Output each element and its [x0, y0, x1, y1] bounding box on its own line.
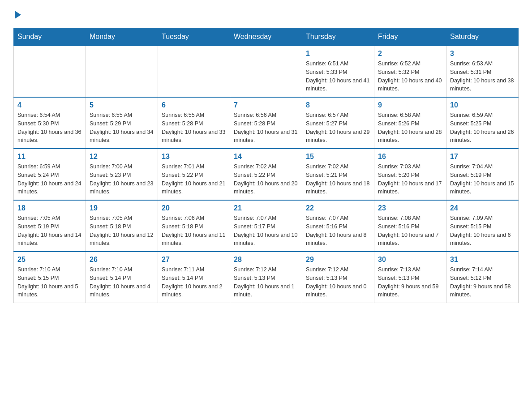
day-number: 14: [234, 153, 298, 161]
day-info: Sunrise: 6:58 AM Sunset: 5:26 PM Dayligh…: [378, 111, 442, 145]
calendar-cell: 20Sunrise: 7:06 AM Sunset: 5:18 PM Dayli…: [158, 200, 230, 252]
day-info: Sunrise: 7:14 AM Sunset: 5:12 PM Dayligh…: [450, 265, 515, 299]
day-info: Sunrise: 7:13 AM Sunset: 5:13 PM Dayligh…: [378, 265, 442, 299]
calendar-cell: 16Sunrise: 7:03 AM Sunset: 5:20 PM Dayli…: [374, 149, 446, 200]
day-info: Sunrise: 7:07 AM Sunset: 5:16 PM Dayligh…: [306, 214, 370, 248]
day-info: Sunrise: 7:12 AM Sunset: 5:13 PM Dayligh…: [306, 265, 370, 299]
day-number: 9: [378, 101, 442, 109]
day-info: Sunrise: 6:54 AM Sunset: 5:30 PM Dayligh…: [17, 111, 82, 145]
day-number: 17: [450, 153, 515, 161]
calendar-cell: 15Sunrise: 7:02 AM Sunset: 5:21 PM Dayli…: [302, 149, 374, 200]
day-number: 22: [306, 204, 370, 212]
day-number: 18: [17, 204, 82, 212]
column-header-saturday: Saturday: [446, 28, 519, 46]
calendar-header-row: SundayMondayTuesdayWednesdayThursdayFrid…: [14, 28, 519, 46]
day-info: Sunrise: 6:59 AM Sunset: 5:24 PM Dayligh…: [17, 163, 82, 196]
day-info: Sunrise: 6:56 AM Sunset: 5:28 PM Dayligh…: [234, 111, 298, 145]
day-number: 30: [378, 256, 442, 264]
day-number: 5: [90, 101, 154, 109]
calendar-cell: 27Sunrise: 7:11 AM Sunset: 5:14 PM Dayli…: [158, 252, 230, 303]
calendar-cell: 21Sunrise: 7:07 AM Sunset: 5:17 PM Dayli…: [230, 200, 302, 252]
day-number: 11: [17, 153, 82, 161]
day-number: 16: [378, 153, 442, 161]
calendar-cell: 25Sunrise: 7:10 AM Sunset: 5:15 PM Dayli…: [14, 252, 86, 303]
calendar-cell: 29Sunrise: 7:12 AM Sunset: 5:13 PM Dayli…: [302, 252, 374, 303]
day-info: Sunrise: 7:04 AM Sunset: 5:19 PM Dayligh…: [450, 163, 515, 196]
calendar-cell: [86, 46, 158, 97]
day-number: 19: [90, 204, 154, 212]
day-number: 3: [450, 50, 515, 58]
day-info: Sunrise: 6:52 AM Sunset: 5:32 PM Dayligh…: [378, 60, 442, 93]
week-row-1: 1Sunrise: 6:51 AM Sunset: 5:33 PM Daylig…: [14, 46, 519, 97]
day-number: 26: [90, 256, 154, 264]
day-info: Sunrise: 7:10 AM Sunset: 5:15 PM Dayligh…: [17, 265, 82, 299]
column-header-tuesday: Tuesday: [158, 28, 230, 46]
day-info: Sunrise: 6:53 AM Sunset: 5:31 PM Dayligh…: [450, 60, 515, 93]
calendar-cell: 7Sunrise: 6:56 AM Sunset: 5:28 PM Daylig…: [230, 97, 302, 149]
day-number: 4: [17, 101, 82, 109]
day-info: Sunrise: 7:03 AM Sunset: 5:20 PM Dayligh…: [378, 163, 442, 196]
column-header-thursday: Thursday: [302, 28, 374, 46]
calendar-cell: 22Sunrise: 7:07 AM Sunset: 5:16 PM Dayli…: [302, 200, 374, 252]
day-info: Sunrise: 6:55 AM Sunset: 5:29 PM Dayligh…: [90, 111, 154, 145]
week-row-4: 18Sunrise: 7:05 AM Sunset: 5:19 PM Dayli…: [14, 200, 519, 252]
day-number: 15: [306, 153, 370, 161]
column-header-friday: Friday: [374, 28, 446, 46]
day-number: 27: [162, 256, 226, 264]
day-info: Sunrise: 7:06 AM Sunset: 5:18 PM Dayligh…: [162, 214, 226, 248]
day-number: 31: [450, 256, 515, 264]
calendar-cell: 14Sunrise: 7:02 AM Sunset: 5:22 PM Dayli…: [230, 149, 302, 200]
day-info: Sunrise: 7:02 AM Sunset: 5:22 PM Dayligh…: [234, 163, 298, 196]
calendar-cell: 13Sunrise: 7:01 AM Sunset: 5:22 PM Dayli…: [158, 149, 230, 200]
day-number: 25: [17, 256, 82, 264]
calendar-cell: 26Sunrise: 7:10 AM Sunset: 5:14 PM Dayli…: [86, 252, 158, 303]
column-header-monday: Monday: [86, 28, 158, 46]
day-number: 21: [234, 204, 298, 212]
calendar-cell: 5Sunrise: 6:55 AM Sunset: 5:29 PM Daylig…: [86, 97, 158, 149]
calendar-cell: [230, 46, 302, 97]
day-number: 28: [234, 256, 298, 264]
calendar-cell: 18Sunrise: 7:05 AM Sunset: 5:19 PM Dayli…: [14, 200, 86, 252]
day-info: Sunrise: 7:09 AM Sunset: 5:15 PM Dayligh…: [450, 214, 515, 248]
day-number: 6: [162, 101, 226, 109]
calendar-cell: 3Sunrise: 6:53 AM Sunset: 5:31 PM Daylig…: [446, 46, 519, 97]
calendar-cell: 4Sunrise: 6:54 AM Sunset: 5:30 PM Daylig…: [14, 97, 86, 149]
day-number: 1: [306, 50, 370, 58]
day-number: 13: [162, 153, 226, 161]
day-info: Sunrise: 6:51 AM Sunset: 5:33 PM Dayligh…: [306, 60, 370, 93]
day-number: 29: [306, 256, 370, 264]
week-row-2: 4Sunrise: 6:54 AM Sunset: 5:30 PM Daylig…: [14, 97, 519, 149]
day-number: 8: [306, 101, 370, 109]
week-row-3: 11Sunrise: 6:59 AM Sunset: 5:24 PM Dayli…: [14, 149, 519, 200]
calendar-cell: [14, 46, 86, 97]
day-number: 12: [90, 153, 154, 161]
day-number: 2: [378, 50, 442, 58]
column-header-wednesday: Wednesday: [230, 28, 302, 46]
calendar-cell: 28Sunrise: 7:12 AM Sunset: 5:13 PM Dayli…: [230, 252, 302, 303]
calendar-cell: 12Sunrise: 7:00 AM Sunset: 5:23 PM Dayli…: [86, 149, 158, 200]
calendar-cell: 19Sunrise: 7:05 AM Sunset: 5:18 PM Dayli…: [86, 200, 158, 252]
day-info: Sunrise: 7:10 AM Sunset: 5:14 PM Dayligh…: [90, 265, 154, 299]
calendar-cell: 1Sunrise: 6:51 AM Sunset: 5:33 PM Daylig…: [302, 46, 374, 97]
calendar-cell: 10Sunrise: 6:59 AM Sunset: 5:25 PM Dayli…: [446, 97, 519, 149]
page-header: [13, 9, 519, 19]
day-info: Sunrise: 7:11 AM Sunset: 5:14 PM Dayligh…: [162, 265, 226, 299]
day-info: Sunrise: 7:01 AM Sunset: 5:22 PM Dayligh…: [162, 163, 226, 196]
day-number: 10: [450, 101, 515, 109]
calendar-cell: 24Sunrise: 7:09 AM Sunset: 5:15 PM Dayli…: [446, 200, 519, 252]
calendar-table: SundayMondayTuesdayWednesdayThursdayFrid…: [13, 28, 519, 303]
calendar-cell: 2Sunrise: 6:52 AM Sunset: 5:32 PM Daylig…: [374, 46, 446, 97]
day-number: 20: [162, 204, 226, 212]
calendar-cell: 9Sunrise: 6:58 AM Sunset: 5:26 PM Daylig…: [374, 97, 446, 149]
day-info: Sunrise: 7:00 AM Sunset: 5:23 PM Dayligh…: [90, 163, 154, 196]
calendar-cell: 8Sunrise: 6:57 AM Sunset: 5:27 PM Daylig…: [302, 97, 374, 149]
day-info: Sunrise: 6:59 AM Sunset: 5:25 PM Dayligh…: [450, 111, 515, 145]
day-info: Sunrise: 7:07 AM Sunset: 5:17 PM Dayligh…: [234, 214, 298, 248]
calendar-cell: 17Sunrise: 7:04 AM Sunset: 5:19 PM Dayli…: [446, 149, 519, 200]
logo-arrow-icon: [15, 11, 21, 19]
day-info: Sunrise: 6:55 AM Sunset: 5:28 PM Dayligh…: [162, 111, 226, 145]
week-row-5: 25Sunrise: 7:10 AM Sunset: 5:15 PM Dayli…: [14, 252, 519, 303]
calendar-cell: [158, 46, 230, 97]
calendar-cell: 11Sunrise: 6:59 AM Sunset: 5:24 PM Dayli…: [14, 149, 86, 200]
day-info: Sunrise: 7:12 AM Sunset: 5:13 PM Dayligh…: [234, 265, 298, 299]
